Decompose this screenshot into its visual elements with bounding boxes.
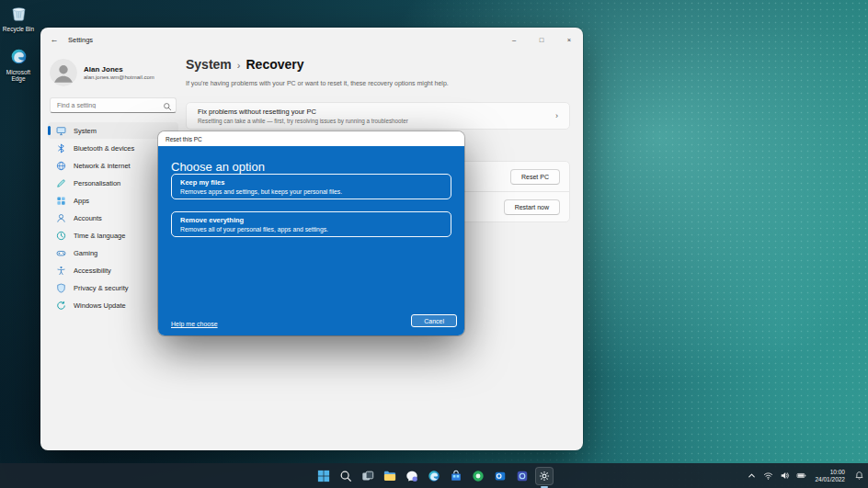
- option-description: Removes apps and settings, but keeps you…: [180, 188, 442, 195]
- troubleshoot-title: Fix problems without resetting your PC: [198, 108, 408, 116]
- breadcrumb-parent[interactable]: System: [186, 57, 232, 72]
- recycle-bin-icon: [10, 5, 28, 24]
- clock-date: 24/01/2022: [815, 476, 845, 483]
- minimize-button[interactable]: –: [500, 28, 528, 51]
- sidebar-item-label: Time & language: [74, 232, 125, 240]
- desktop: Recycle Bin Microsoft Edge ← Settings – …: [0, 0, 868, 488]
- option-keep-my-files[interactable]: Keep my files Removes apps and settings,…: [171, 174, 451, 199]
- globe-icon: [56, 161, 66, 171]
- edge-taskbar-icon[interactable]: [425, 467, 443, 485]
- search-icon: [163, 98, 172, 108]
- breadcrumb-separator-icon: ›: [237, 60, 241, 71]
- sidebar-item-label: Network & internet: [74, 162, 131, 170]
- taskbar-center: [314, 463, 554, 488]
- volume-icon[interactable]: [778, 470, 791, 482]
- store-icon[interactable]: [447, 467, 465, 485]
- taskbar-clock[interactable]: 10:00 24/01/2022: [811, 469, 849, 483]
- app-indigo-icon[interactable]: [513, 467, 531, 485]
- system-icon: [56, 126, 66, 136]
- search-icon[interactable]: [337, 467, 355, 485]
- accessibility-icon: [56, 266, 66, 276]
- back-button[interactable]: ←: [40, 35, 68, 44]
- avatar: [50, 59, 77, 86]
- sidebar-item-label: Apps: [74, 197, 89, 205]
- sidebar-item-label: Personalisation: [74, 179, 120, 187]
- sidebar-item-label: Accounts: [74, 214, 102, 222]
- page-description: If you're having problems with your PC o…: [186, 80, 570, 86]
- sidebar-item-label: Privacy & security: [74, 284, 129, 292]
- search-box: [50, 95, 177, 113]
- brush-icon: [56, 178, 66, 188]
- window-title: Settings: [68, 36, 93, 44]
- sidebar-item-label: Windows Update: [74, 301, 126, 310]
- person-icon: [56, 213, 66, 223]
- apps-grid-icon: [56, 196, 66, 206]
- maximize-button[interactable]: □: [528, 28, 555, 51]
- profile-name: Alan Jones: [84, 65, 154, 74]
- gamepad-icon: [56, 248, 66, 258]
- app-green-icon[interactable]: [469, 467, 487, 485]
- chat-icon[interactable]: [403, 467, 421, 485]
- reset-pc-button[interactable]: Reset PC: [510, 169, 560, 185]
- notification-icon[interactable]: [852, 470, 865, 482]
- reset-this-pc-dialog: Reset this PC Choose an option Keep my f…: [158, 131, 464, 335]
- dialog-title: Reset this PC: [166, 136, 202, 142]
- shield-icon: [56, 283, 66, 293]
- option-title: Remove everything: [180, 216, 442, 224]
- wifi-icon[interactable]: [761, 470, 774, 482]
- desktop-icon-label: Microsoft Edge: [0, 69, 37, 83]
- clock-time: 10:00: [830, 469, 845, 476]
- troubleshoot-card[interactable]: Fix problems without resetting your PC R…: [186, 102, 570, 130]
- desktop-icon-microsoft-edge[interactable]: Microsoft Edge: [0, 48, 37, 83]
- sidebar-item-label: Bluetooth & devices: [74, 144, 134, 153]
- cancel-button[interactable]: Cancel: [411, 314, 457, 327]
- option-description: Removes all of your personal files, apps…: [180, 226, 442, 233]
- file-explorer-icon[interactable]: [381, 467, 399, 485]
- dialog-footer: Help me choose Cancel: [171, 314, 457, 327]
- tray-chevron-up-icon[interactable]: [745, 470, 758, 482]
- active-indicator: [48, 126, 51, 135]
- settings-taskbar-icon[interactable]: [535, 467, 554, 485]
- desktop-icon-label: Recycle Bin: [3, 26, 34, 33]
- dialog-heading: Choose an option: [171, 160, 451, 174]
- troubleshoot-subtitle: Resetting can take a while — first, try …: [198, 118, 408, 124]
- taskbar: 10:00 24/01/2022: [0, 463, 868, 488]
- clock-icon: [56, 231, 66, 241]
- profile-email: alan.jones.wm@hotmail.com: [84, 74, 154, 80]
- dialog-titlebar[interactable]: Reset this PC: [158, 131, 464, 146]
- start-icon[interactable]: [314, 467, 333, 485]
- edge-icon: [10, 48, 28, 67]
- page-title: Recovery: [246, 57, 303, 72]
- settings-titlebar[interactable]: ← Settings – □ ×: [40, 28, 583, 51]
- task-view-icon[interactable]: [359, 467, 377, 485]
- profile-block[interactable]: Alan Jones alan.jones.wm@hotmail.com: [48, 55, 178, 95]
- restart-now-button[interactable]: Restart now: [504, 199, 560, 215]
- sidebar-item-label: Accessibility: [74, 267, 111, 275]
- update-icon: [56, 301, 66, 311]
- close-button[interactable]: ×: [555, 28, 583, 51]
- battery-icon[interactable]: [794, 470, 807, 482]
- chevron-right-icon: ›: [555, 111, 558, 120]
- troubleshoot-text: Fix problems without resetting your PC R…: [198, 108, 408, 124]
- window-controls: – □ ×: [500, 28, 583, 51]
- bluetooth-icon: [56, 143, 66, 153]
- option-remove-everything[interactable]: Remove everything Removes all of your pe…: [171, 211, 451, 237]
- help-me-choose-link[interactable]: Help me choose: [171, 321, 218, 327]
- dialog-body: Choose an option Keep my files Removes a…: [158, 146, 464, 335]
- desktop-icon-recycle-bin[interactable]: Recycle Bin: [0, 5, 37, 32]
- search-input[interactable]: [50, 97, 177, 113]
- app-blue-icon[interactable]: [491, 467, 509, 485]
- sidebar-item-label: Gaming: [74, 249, 97, 257]
- breadcrumb: System › Recovery: [186, 57, 570, 72]
- sidebar-item-label: System: [74, 127, 97, 135]
- option-title: Keep my files: [180, 178, 442, 187]
- system-tray: 10:00 24/01/2022: [745, 463, 865, 488]
